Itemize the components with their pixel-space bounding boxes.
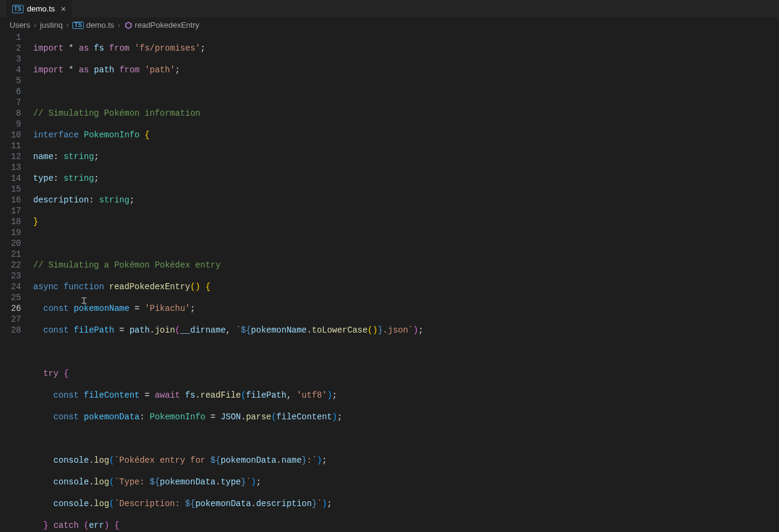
breadcrumb-item[interactable]: demo.ts xyxy=(86,20,114,30)
typescript-icon: TS xyxy=(12,5,24,13)
editor-area[interactable]: 1 2 3 4 5 6 7 8 9 10 11 12 13 14 15 16 1… xyxy=(0,32,779,532)
symbol-method-icon xyxy=(124,21,133,30)
tab-bar: TS demo.ts × xyxy=(0,0,779,18)
chevron-right-icon: › xyxy=(118,20,120,30)
typescript-icon: TS xyxy=(72,22,84,29)
code-content[interactable]: import * as fs from 'fs/promises'; impor… xyxy=(33,32,779,532)
breadcrumb-item[interactable]: justinq xyxy=(40,20,63,30)
tab-label: demo.ts xyxy=(27,4,55,13)
line-number-gutter: 1 2 3 4 5 6 7 8 9 10 11 12 13 14 15 16 1… xyxy=(0,32,33,532)
breadcrumb-item[interactable]: Users xyxy=(10,20,30,30)
breadcrumb: Users › justinq › TS demo.ts › readPoked… xyxy=(0,18,779,32)
chevron-right-icon: › xyxy=(66,20,69,30)
breadcrumb-item[interactable]: readPokedexEntry xyxy=(135,20,200,30)
close-icon[interactable]: × xyxy=(61,4,66,14)
tab-demo-ts[interactable]: TS demo.ts × xyxy=(6,0,72,17)
chevron-right-icon: › xyxy=(34,20,36,30)
